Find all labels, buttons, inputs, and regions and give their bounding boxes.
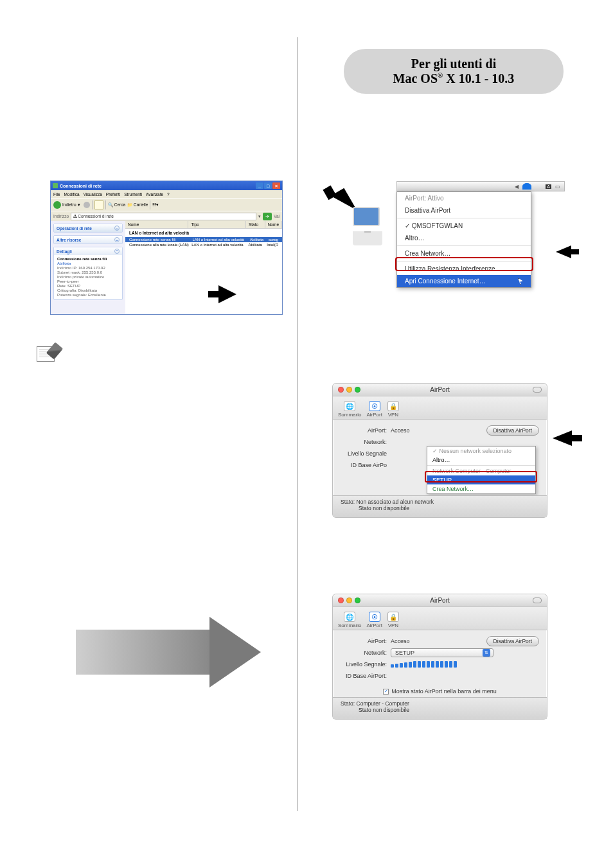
highlight-box [395,257,533,271]
airport-dialog-connected: AirPort 🌐Sommario ⦿AirPort 🔒VPN AirPort:… [332,594,547,720]
maximize-button[interactable]: □ [264,182,272,189]
tab-vpn[interactable]: 🔒VPN [387,612,399,630]
menu-network-item[interactable]: QMSOFTGWLAN [397,220,531,232]
toolbar-toggle-button[interactable] [533,598,542,603]
task-pane: Operazioni di rete⌄ Altre risorse⌄ Detta… [51,221,125,314]
keyboard-icon[interactable]: A [546,184,551,189]
views-button[interactable]: ☷▾ [152,202,159,208]
back-button[interactable]: Indietro ▾ [53,201,80,209]
battery-icon[interactable]: ▭ [555,184,560,190]
disable-airport-button[interactable]: Disattiva AirPort [486,636,539,646]
details-ip: Indirizzo IP: 169.254.170.92 [57,266,119,270]
toolbar-toggle-button[interactable] [533,387,542,393]
base-id-label: ID Base AirPort: [341,673,391,679]
tab-sommario[interactable]: 🌐Sommario [338,401,361,419]
status-line2: Stato non disponibile [359,505,409,511]
callout-arrow-icon [218,285,236,303]
search-button[interactable]: 🔍 Cerca [108,202,125,208]
tab-airport[interactable]: ⦿AirPort [366,612,382,630]
airport-menubar-icon[interactable] [522,183,531,190]
close-button[interactable]: × [272,182,280,189]
up-button[interactable] [94,200,103,209]
tab-sommario[interactable]: 🌐Sommario [338,612,361,630]
status-bar: Stato: Non associato ad alcun network St… [333,495,547,517]
go-label: Vai [274,214,280,218]
show-in-menubar-label: Mostra stato AirPort nella barra dei men… [391,688,497,695]
window-titlebar[interactable]: Connessioni di rete _ □ × [51,181,282,190]
show-in-menubar-checkbox[interactable]: ✓ [383,689,389,695]
signal-level-label: Livello Segnale [341,450,391,457]
network-label: Network: [341,650,391,656]
menu-other[interactable]: Altro… [397,232,531,244]
go-button[interactable]: ➔ [263,213,272,220]
menu-open-internet-connect[interactable]: Apri Connessione Internet… [397,275,531,287]
lock-icon: 🔒 [387,401,399,411]
chevron-icon[interactable]: ⌄ [114,226,120,231]
sound-icon[interactable]: ◀ [515,184,519,190]
airport-icon: ⦿ [369,612,380,622]
menu-other[interactable]: Altro… [427,456,535,465]
toolbar: Indietro ▾ 🔍 Cerca 📁 Cartelle ☷▾ [51,198,282,211]
disable-airport-button[interactable]: Disattiva AirPort [486,425,539,436]
menu-file[interactable]: File [53,192,60,197]
col-type[interactable]: Tipo [188,221,245,228]
mac-menubar[interactable]: ◀ A ▭ [396,181,565,191]
airport-value: Acceso [391,638,486,644]
chevron-icon[interactable]: ⌃ [114,249,120,254]
menu-create-network[interactable]: Crea Network… [427,484,535,493]
imac-icon [353,207,382,249]
dialog-titlebar[interactable]: AirPort [333,384,547,396]
connection-row-lan[interactable]: Connessione alla rete locale (LAN) LAN o… [125,242,282,247]
status-label: Stato: [341,700,355,707]
dialog-toolbar: 🌐Sommario ⦿AirPort 🔒VPN [333,396,547,420]
signal-level-label: Livello Segnale: [341,661,391,668]
callout-arrow-icon [556,245,571,258]
menu-help[interactable]: ? [167,192,170,197]
menu-tools[interactable]: Strumenti [124,192,142,197]
airport-label: AirPort: [341,427,391,434]
col-state[interactable]: Stato [246,221,265,228]
menu-none-selected: Nessun network selezionato [427,447,535,456]
details-peer: Peer-to-peer [57,279,119,283]
cursor-icon [518,278,523,285]
dialog-title: AirPort [333,386,547,393]
mac-airport-menu-scene: ◀ A ▭ AirPort: Attivo Disattiva AirPort … [327,181,565,284]
tab-airport[interactable]: ⦿AirPort [366,401,382,419]
details-net: Rete: SETUP [57,284,119,288]
menu-view[interactable]: Visualizza [84,192,102,197]
address-bar: Indirizzo 🖧 Connessioni di rete ▾ ➔ Vai [51,211,282,221]
highlight-box [425,471,537,483]
status-bar: Stato: Computer - Computer Stato non dis… [333,697,547,719]
chevron-icon[interactable]: ⌄ [114,237,120,242]
panel-network-ops[interactable]: Operazioni di rete⌄ [53,224,123,233]
forward-button[interactable] [84,202,90,208]
connection-row-wireless[interactable]: Connessione rete senza fili LAN o Intern… [125,237,282,242]
minimize-button[interactable]: _ [256,182,263,189]
details-crypt: Crittografia: Disabilitata [57,288,119,292]
back-icon [53,201,61,209]
folders-button[interactable]: 📁 Cartelle [127,202,148,208]
lock-icon: 🔒 [387,612,399,622]
menu-edit[interactable]: Modifica [64,192,79,197]
airport-dialog-select-network: AirPort 🌐Sommario ⦿AirPort 🔒VPN AirPort:… [332,383,547,518]
menu-disable-airport[interactable]: Disattiva AirPort [397,204,531,217]
list-view[interactable]: Nome Tipo Stato Nome LAN o Internet ad a… [125,221,282,314]
windows-network-connections-window: Connessioni di rete _ □ × File Modifica … [50,181,283,315]
menu-favorites[interactable]: Preferiti [106,192,120,197]
col-device[interactable]: Nome [265,221,282,228]
col-name[interactable]: Nome [125,221,188,228]
address-field[interactable]: 🖧 Connessioni di rete [71,213,256,220]
tab-vpn[interactable]: 🔒VPN [387,401,399,419]
dialog-titlebar[interactable]: AirPort [333,594,547,607]
panel-other-resources[interactable]: Altre risorse⌄ [53,235,123,244]
status-line2: Stato non disponibile [359,707,409,713]
airport-icon: ⦿ [369,401,380,411]
menu-advanced[interactable]: Avanzate [146,192,163,197]
column-headers[interactable]: Nome Tipo Stato Nome [125,221,282,229]
details-mask: Subnet mask: 255.255.0.0 [57,270,119,274]
airport-menu[interactable]: AirPort: Attivo Disattiva AirPort QMSOFT… [396,191,531,288]
network-dropdown-menu[interactable]: Nessun network selezionato Altro… Networ… [427,446,536,494]
menu-bar[interactable]: File Modifica Visualizza Preferiti Strum… [51,190,282,198]
address-label: Indirizzo [53,214,69,218]
network-select[interactable]: SETUP ⇅ [391,648,493,657]
